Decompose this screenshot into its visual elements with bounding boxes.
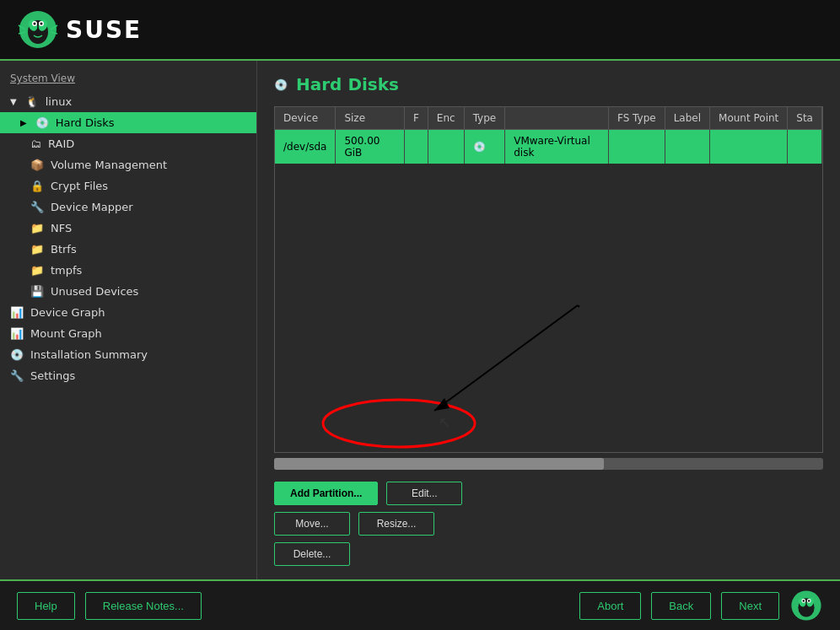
svg-point-23 (803, 600, 805, 601)
release-notes-button[interactable]: Release Notes... (85, 592, 202, 620)
cell-sta (788, 130, 822, 164)
device-graph-label: Device Graph (30, 306, 105, 319)
settings-icon: 🔧 (10, 369, 24, 382)
footer-gecko-icon (789, 589, 823, 622)
content-title: 💿 Hard Disks (274, 74, 823, 94)
cell-type-icon: 💿 (464, 130, 505, 164)
crypt-files-icon: 🔒 (30, 180, 44, 192)
device-mapper-icon: 🔧 (30, 201, 44, 213)
cell-enc (428, 130, 464, 164)
svg-point-6 (34, 23, 36, 25)
nfs-icon: 📁 (30, 222, 44, 234)
col-type: Type (464, 107, 505, 130)
sidebar-item-mount-graph[interactable]: 📊 Mount Graph (0, 323, 256, 344)
sidebar-item-device-mapper[interactable]: 🔧 Device Mapper (0, 197, 256, 218)
sidebar-item-raid[interactable]: 🗂 RAID (0, 133, 256, 154)
sidebar-item-settings[interactable]: 🔧 Settings (0, 365, 256, 386)
table-row[interactable]: /dev/sda 500.00 GiB 💿 VMware-Virtual dis… (275, 130, 822, 164)
col-type2 (505, 107, 609, 130)
linux-label: linux (46, 95, 72, 108)
table-header-row: Device Size F Enc Type FS Type Label Mou… (275, 107, 822, 130)
btrfs-icon: 📁 (30, 243, 44, 256)
svg-point-7 (40, 23, 43, 25)
tmpfs-icon: 📁 (30, 264, 44, 277)
sidebar-item-installation-summary[interactable]: 💿 Installation Summary (0, 344, 256, 365)
footer: Help Release Notes... Abort Back Next (0, 579, 840, 630)
raid-label: RAID (48, 137, 74, 150)
scroll-thumb[interactable] (274, 458, 604, 470)
page-title: Hard Disks (296, 74, 399, 94)
sidebar-item-tmpfs[interactable]: 📁 tmpfs (0, 260, 256, 281)
add-partition-button[interactable]: Add Partition... (274, 482, 378, 505)
volume-management-icon: 📦 (30, 159, 44, 171)
unused-devices-icon: 💾 (30, 285, 44, 298)
header: SUSE (0, 0, 840, 61)
action-buttons: Add Partition... Edit... Move... Resize.… (274, 482, 823, 566)
col-size: Size (336, 107, 405, 130)
resize-button[interactable]: Resize... (358, 512, 434, 536)
col-fs-type: FS Type (609, 107, 665, 130)
tmpfs-label: tmpfs (51, 264, 82, 277)
help-button[interactable]: Help (17, 592, 75, 620)
sidebar-item-crypt-files[interactable]: 🔒 Crypt Files (0, 175, 256, 197)
btn-row-2: Move... Resize... (274, 512, 823, 536)
settings-label: Settings (30, 369, 75, 382)
sidebar-item-hard-disks[interactable]: ▶ 💿 Hard Disks (0, 112, 256, 133)
edit-button[interactable]: Edit... (386, 482, 462, 505)
sidebar-item-linux[interactable]: ▼ 🐧 linux (0, 91, 256, 112)
cell-f (404, 130, 428, 164)
sidebar-item-unused-devices[interactable]: 💾 Unused Devices (0, 281, 256, 302)
footer-right-buttons: Abort Back Next (579, 589, 823, 622)
btrfs-label: Btrfs (51, 243, 77, 256)
mount-graph-label: Mount Graph (30, 327, 102, 340)
device-mapper-label: Device Mapper (51, 201, 133, 213)
col-device: Device (275, 107, 336, 130)
system-view-label: System View (0, 69, 256, 91)
btn-row-3: Delete... (274, 542, 823, 566)
col-sta: Sta (788, 107, 822, 130)
crypt-files-label: Crypt Files (51, 180, 108, 192)
content-area: 💿 Hard Disks Device Size F Enc Type F (257, 61, 840, 579)
abort-button[interactable]: Abort (579, 592, 641, 620)
col-f: F (404, 107, 428, 130)
mount-graph-icon: 📊 (10, 327, 24, 340)
cell-size: 500.00 GiB (336, 130, 405, 164)
disk-table: Device Size F Enc Type FS Type Label Mou… (275, 107, 822, 164)
next-button[interactable]: Next (721, 592, 779, 620)
horizontal-scrollbar[interactable] (274, 458, 823, 470)
cell-device: /dev/sda (275, 130, 336, 164)
hard-disks-icon: 💿 (35, 116, 49, 129)
back-button[interactable]: Back (651, 592, 711, 620)
sidebar-item-device-graph[interactable]: 📊 Device Graph (0, 302, 256, 323)
delete-button[interactable]: Delete... (274, 542, 350, 566)
linux-icon: 🐧 (25, 95, 39, 108)
cell-type-label: VMware-Virtual disk (505, 130, 609, 164)
hd-expand-arrow-icon: ▶ (20, 118, 27, 127)
cell-fs-type (609, 130, 665, 164)
cell-mount-point (710, 130, 788, 164)
btn-row-1: Add Partition... Edit... (274, 482, 823, 505)
suse-brand-text: SUSE (66, 16, 142, 44)
hard-disks-title-icon: 💿 (274, 78, 288, 91)
nfs-label: NFS (51, 222, 72, 234)
sidebar: System View ▼ 🐧 linux ▶ 💿 Hard Disks 🗂 R… (0, 61, 257, 579)
partition-table: Device Size F Enc Type FS Type Label Mou… (274, 106, 823, 453)
sidebar-item-btrfs[interactable]: 📁 Btrfs (0, 239, 256, 260)
volume-management-label: Volume Management (51, 159, 167, 171)
move-button[interactable]: Move... (274, 512, 350, 536)
suse-gecko-icon (17, 8, 59, 51)
suse-logo: SUSE (17, 8, 142, 51)
sidebar-item-volume-management[interactable]: 📦 Volume Management (0, 154, 256, 175)
hard-disks-label: Hard Disks (56, 116, 115, 129)
col-mount-point: Mount Point (710, 107, 788, 130)
col-enc: Enc (428, 107, 464, 130)
content-wrapper: 💿 Hard Disks Device Size F Enc Type F (257, 61, 840, 579)
sidebar-item-nfs[interactable]: 📁 NFS (0, 218, 256, 239)
vmware-disk-icon: 💿 (473, 141, 486, 153)
cell-label (665, 130, 709, 164)
svg-point-24 (808, 600, 810, 601)
raid-icon: 🗂 (30, 137, 41, 150)
unused-devices-label: Unused Devices (51, 285, 138, 298)
footer-left-buttons: Help Release Notes... (17, 592, 202, 620)
main-area: System View ▼ 🐧 linux ▶ 💿 Hard Disks 🗂 R… (0, 61, 840, 579)
